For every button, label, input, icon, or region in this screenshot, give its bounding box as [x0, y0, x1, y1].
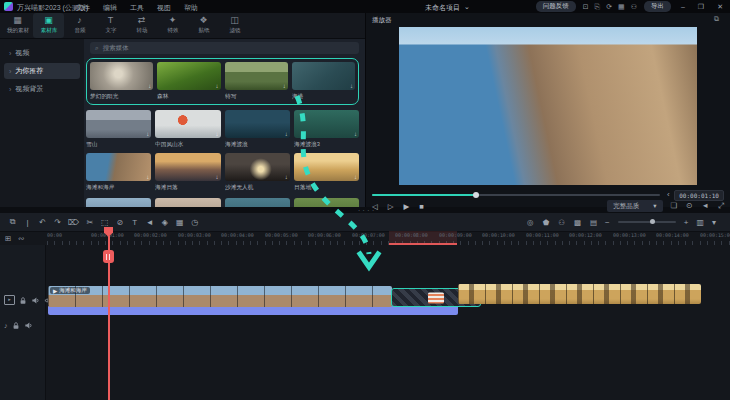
library-item[interactable]: ↓ 特写	[225, 62, 288, 101]
thumbnail-partial[interactable]	[225, 198, 290, 207]
export-button[interactable]: 导出	[644, 1, 671, 12]
mute-icon[interactable]	[24, 321, 33, 330]
library-item[interactable]: ↓ 海港	[292, 62, 355, 101]
copy-icon[interactable]: ⎘	[595, 3, 601, 11]
timer-icon[interactable]: ◷	[190, 218, 199, 227]
undo-icon[interactable]: ↶	[38, 218, 47, 227]
tab-effects[interactable]: ✦ 特效	[157, 13, 188, 38]
separator-icon[interactable]: |	[23, 218, 32, 227]
download-icon[interactable]: ↓	[216, 131, 219, 137]
tab-filters[interactable]: ◫ 滤镜	[219, 13, 250, 38]
link-icon[interactable]: ∾	[18, 234, 24, 243]
menu-item[interactable]: 视图	[157, 3, 171, 13]
voiceover-icon[interactable]: ⚇	[558, 218, 565, 227]
tab-stickers[interactable]: ❖ 贴纸	[188, 13, 219, 38]
timeline-zoom-slider[interactable]	[618, 221, 676, 223]
thumbnail[interactable]: ↓	[86, 153, 151, 181]
library-item[interactable]: ↓ 日落地	[294, 153, 359, 192]
thumbnail[interactable]: ↓	[157, 62, 220, 90]
timeline-clip-sunset-field[interactable]	[458, 284, 701, 304]
render-preview-icon[interactable]: ▦	[175, 218, 184, 227]
zoom-out-icon[interactable]: −	[605, 218, 610, 227]
next-frame-icon[interactable]: ▷	[388, 202, 394, 211]
download-icon[interactable]: ↓	[283, 83, 286, 89]
reel-icon[interactable]: ▤	[590, 218, 597, 227]
zoom-in-icon[interactable]: +	[684, 218, 689, 227]
workspace-icon[interactable]: ⊡	[583, 3, 589, 11]
library-item[interactable]: ↓ 海滩波浪3	[294, 110, 359, 149]
tab-text[interactable]: T 文字	[95, 13, 126, 38]
download-icon[interactable]: ↓	[354, 174, 357, 180]
thumbnail[interactable]: ↓	[294, 110, 359, 138]
window-maximize-button[interactable]: ❐	[695, 3, 707, 11]
project-name-area[interactable]: 未命名项目 ⌄	[425, 3, 470, 13]
snap-icon[interactable]: ⧉	[8, 217, 17, 227]
tab-my-media[interactable]: ▦ 我的素材	[2, 13, 33, 38]
video-frame[interactable]	[399, 27, 697, 185]
mute-icon[interactable]: ◄	[145, 218, 154, 227]
feedback-button[interactable]: 问题反馈	[536, 1, 576, 12]
thumbnail-partial[interactable]	[294, 198, 359, 207]
mixer-icon[interactable]: ▩	[574, 218, 581, 227]
clip-audio-waveform[interactable]	[48, 306, 458, 315]
download-icon[interactable]: ↓	[216, 174, 219, 180]
mask-icon[interactable]: ⬟	[543, 218, 550, 227]
window-minimize-button[interactable]: –	[678, 3, 688, 10]
mute-icon[interactable]	[31, 296, 40, 305]
download-icon[interactable]: ↓	[285, 131, 288, 137]
sidebar-item-recommended[interactable]: › 为你推荐	[4, 63, 80, 79]
window-close-button[interactable]: ✕	[714, 3, 726, 11]
redo-icon[interactable]: ↷	[53, 218, 62, 227]
split-icon[interactable]: ✂	[85, 218, 94, 227]
play-icon[interactable]: ▶	[404, 202, 410, 211]
advanced-text-icon[interactable]: T	[130, 218, 139, 227]
thumbnail[interactable]: ↓	[86, 110, 151, 138]
project-edit-icon[interactable]: ⌄	[464, 3, 470, 13]
thumbnail[interactable]: ↓	[155, 153, 220, 181]
snapshot-icon[interactable]: ⊙	[686, 201, 692, 211]
tab-transitions[interactable]: ⇄ 转场	[126, 13, 157, 38]
thumbnail-partial[interactable]	[86, 198, 151, 207]
thumbnail[interactable]: ↓	[225, 62, 288, 90]
crop-icon[interactable]: ⬚	[100, 218, 109, 227]
chevron-down-icon[interactable]: ▾	[712, 218, 716, 227]
playhead-handle[interactable]	[103, 250, 114, 263]
tab-audio[interactable]: ♪ 音频	[64, 13, 95, 38]
zoom-slider-knob[interactable]	[650, 219, 655, 224]
menu-item[interactable]: 文件	[76, 3, 90, 13]
download-icon[interactable]: ↓	[285, 174, 288, 180]
add-track-icon[interactable]: ⊞	[5, 234, 11, 243]
menu-item[interactable]: 帮助	[184, 3, 198, 13]
thumbnail-partial[interactable]	[155, 198, 220, 207]
download-icon[interactable]: ↓	[350, 83, 353, 89]
library-item[interactable]: ↓ 沙滩无人机	[225, 153, 290, 192]
timeline-ruler[interactable]: 00:0000:00:01:0000:00:02:0000:00:03:0000…	[44, 231, 730, 245]
sidebar-item-video-bg[interactable]: › 视频背景	[4, 81, 80, 97]
download-icon[interactable]: ↓	[146, 131, 149, 137]
grid-icon[interactable]: ▦	[618, 3, 625, 11]
library-item[interactable]: ↓ 海滩日落	[155, 153, 220, 192]
download-icon[interactable]: ↓	[216, 83, 219, 89]
thumbnail[interactable]: ↓	[90, 62, 153, 90]
timeline-clip-beach-coast[interactable]: ▶ 海滩和海岸	[48, 286, 392, 307]
search-bar[interactable]: ⌕ 搜索媒体	[90, 42, 359, 54]
menu-item[interactable]: 编辑	[103, 3, 117, 13]
sync-icon[interactable]: ⟳	[606, 3, 612, 11]
account-icon[interactable]: ⚇	[631, 3, 637, 11]
menu-item[interactable]: 工具	[130, 3, 144, 13]
delete-icon[interactable]: ⌦	[68, 218, 79, 227]
thumbnail[interactable]: ↓	[294, 153, 359, 181]
library-item[interactable]: ↓ 海滩和海岸	[86, 153, 151, 192]
record-icon[interactable]: ◎	[527, 218, 534, 227]
mark-in-button[interactable]: ‹	[667, 190, 670, 199]
track-layout-icon[interactable]: ▥	[696, 218, 704, 227]
thumbnail[interactable]: ↓	[225, 110, 290, 138]
thumbnail[interactable]: ↓	[292, 62, 355, 90]
fullscreen-icon[interactable]: ⤢	[718, 201, 724, 211]
volume-icon[interactable]: ◄	[702, 201, 709, 211]
seek-knob[interactable]	[473, 192, 479, 198]
thumbnail[interactable]: ↓	[225, 153, 290, 181]
keyframe-icon[interactable]: ◈	[160, 218, 169, 227]
library-item[interactable]: ↓ 雪山	[86, 110, 151, 149]
stop-icon[interactable]: ■	[419, 202, 424, 211]
